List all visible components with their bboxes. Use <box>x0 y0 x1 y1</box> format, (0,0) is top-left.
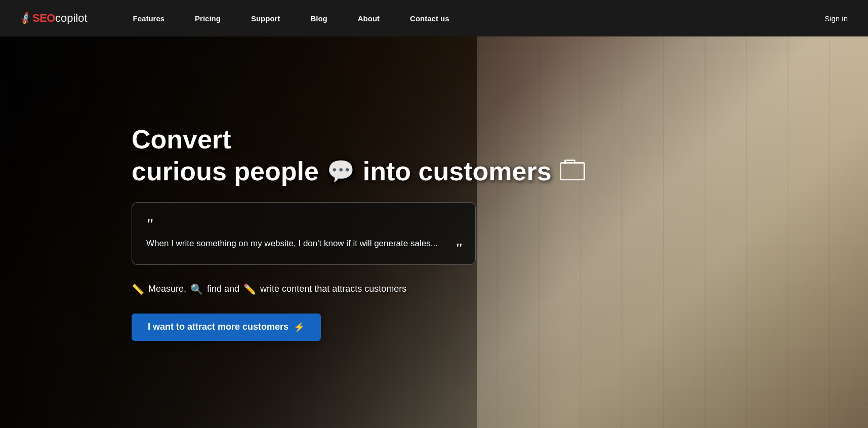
hero-title-curious-people: curious people <box>132 155 319 187</box>
signin-link[interactable]: Sign in <box>824 14 848 23</box>
ruler-icon: 📏 <box>132 283 144 295</box>
measure-text: Measure, <box>148 284 186 294</box>
search-icon: 🔍 <box>190 283 203 295</box>
hero-title: Convert curious people 💬 into customers <box>132 124 868 187</box>
hero-content: Convert curious people 💬 into customers … <box>0 36 868 428</box>
nav-links: Features Pricing Support Blog About Cont… <box>118 0 825 36</box>
hero-title-line2: curious people 💬 into customers <box>132 155 868 187</box>
quote-text: When I write something on my website, I … <box>146 237 457 250</box>
navbar: 🚀 SEO copilot Features Pricing Support B… <box>0 0 868 36</box>
speech-bubble-icon: 💬 <box>327 158 355 185</box>
cta-button[interactable]: I want to attract more customers ⚡ <box>132 314 321 341</box>
nav-blog[interactable]: Blog <box>295 0 342 36</box>
hero-title-into-customers: into customers <box>363 155 552 187</box>
cta-label: I want to attract more customers <box>148 322 288 332</box>
nav-contact[interactable]: Contact us <box>395 0 465 36</box>
quote-open-mark: " <box>146 217 457 231</box>
nav-pricing[interactable]: Pricing <box>180 0 236 36</box>
quote-box: " When I write something on my website, … <box>132 202 476 265</box>
logo-rocket-icon: 🚀 <box>18 11 33 26</box>
nav-support[interactable]: Support <box>236 0 296 36</box>
hero-section: Convert curious people 💬 into customers … <box>0 36 868 428</box>
nav-features[interactable]: Features <box>118 0 180 36</box>
quote-close-mark: " <box>455 240 463 256</box>
nav-about[interactable]: About <box>343 0 395 36</box>
logo[interactable]: 🚀 SEO copilot <box>20 12 88 25</box>
logo-copilot-text: copilot <box>55 12 88 25</box>
hero-title-line1: Convert <box>132 125 231 154</box>
logo-seo-text: SEO <box>32 12 55 25</box>
find-text: find and <box>207 284 239 294</box>
pencil-icon: ✏️ <box>243 283 256 295</box>
write-text: write content that attracts customers <box>260 284 406 294</box>
wallet-icon <box>560 162 585 180</box>
bolt-icon: ⚡ <box>294 322 305 333</box>
measure-line: 📏 Measure, 🔍 find and ✏️ write content t… <box>132 283 868 295</box>
